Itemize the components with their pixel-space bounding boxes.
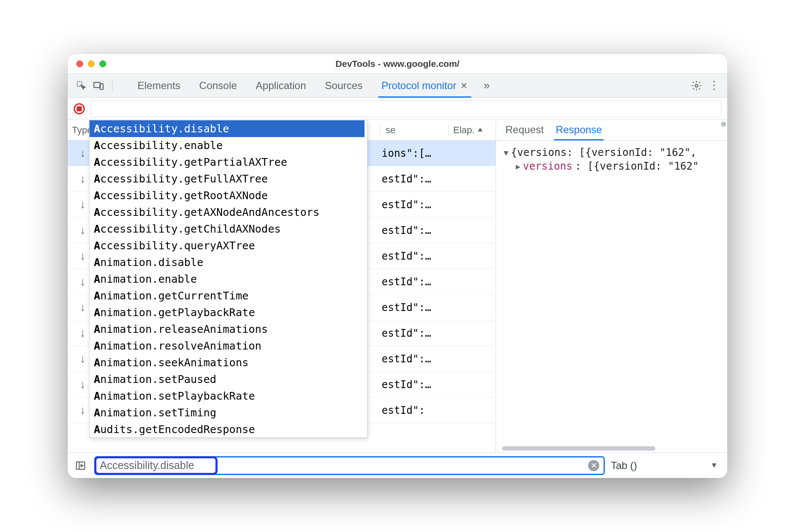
close-tab-icon[interactable]: ✕ <box>460 81 468 91</box>
command-bar: ✕ Tab () ▼ <box>68 452 727 478</box>
filter-input[interactable] <box>91 100 721 117</box>
arrow-down-icon: ↓ <box>80 352 86 365</box>
main-split: Type se Elap. ↓ions":[…↓estId":…↓estId":… <box>68 120 727 452</box>
autocomplete-item[interactable]: Accessibility.disable <box>90 120 365 137</box>
window-title: DevTools - www.google.com/ <box>68 59 727 69</box>
clear-input-icon[interactable]: ✕ <box>588 460 599 471</box>
autocomplete-item[interactable]: Accessibility.getChildAXNodes <box>90 221 365 237</box>
horizontal-scrollbar[interactable] <box>502 446 721 451</box>
arrow-down-icon: ↓ <box>80 275 86 288</box>
device-toolbar-icon[interactable] <box>91 78 106 93</box>
zoom-window-button[interactable] <box>99 60 106 67</box>
arrow-down-icon: ↓ <box>80 172 86 185</box>
disclosure-open-icon[interactable]: ▼ <box>504 148 508 157</box>
tab-protocol-monitor[interactable]: Protocol monitor✕ <box>372 74 478 98</box>
arrow-down-icon: ↓ <box>80 378 86 391</box>
protocol-toolbar <box>68 98 727 120</box>
chevron-down-icon: ▼ <box>710 461 718 470</box>
autocomplete-item[interactable]: Animation.setPaused <box>90 371 365 388</box>
tab-elements[interactable]: Elements <box>128 74 190 98</box>
arrow-down-icon: ↓ <box>80 249 86 263</box>
traffic-lights <box>76 60 106 67</box>
svg-rect-1 <box>94 82 100 87</box>
autocomplete-popup: Accessibility.disableAccessibility.enabl… <box>89 120 368 438</box>
devtools-window: DevTools - www.google.com/ ElementsConso… <box>68 54 727 478</box>
autocomplete-item[interactable]: Audits.getEncodedResponse <box>90 421 365 437</box>
command-input-wrap: ✕ <box>94 456 605 475</box>
response-body: ▼ {versions: [{versionId: "162", ▶ versi… <box>496 140 727 445</box>
arrow-down-icon: ↓ <box>80 326 86 340</box>
window-titlebar: DevTools - www.google.com/ <box>68 54 727 74</box>
record-button[interactable] <box>74 103 85 114</box>
minimize-window-button[interactable] <box>88 60 95 67</box>
tree-child[interactable]: ▶ versions: [{versionId: "162" <box>504 160 720 172</box>
autocomplete-item[interactable]: Animation.getPlaybackRate <box>90 304 365 321</box>
kebab-menu-icon[interactable]: ⋮ <box>706 78 721 93</box>
autocomplete-item[interactable]: Accessibility.getAXNodeAndAncestors <box>90 204 365 221</box>
divider <box>112 79 113 92</box>
arrow-down-icon: ↓ <box>80 301 86 314</box>
autocomplete-item[interactable]: Animation.seekAnimations <box>90 354 365 371</box>
detail-pane: Request Response ▼ {versions: [{versionI… <box>496 120 727 452</box>
autocomplete-item[interactable]: Accessibility.getPartialAXTree <box>90 154 365 170</box>
inspect-icon[interactable] <box>74 78 89 93</box>
settings-gear-icon[interactable] <box>689 78 704 93</box>
autocomplete-item[interactable]: Accessibility.enable <box>90 137 365 154</box>
tab-console[interactable]: Console <box>190 74 246 98</box>
autocomplete-item[interactable]: Accessibility.queryAXTree <box>90 237 365 254</box>
tab-sources[interactable]: Sources <box>316 74 372 98</box>
arrow-down-icon: ↓ <box>80 146 86 160</box>
autocomplete-item[interactable]: Animation.enable <box>90 271 365 287</box>
autocomplete-item[interactable]: Animation.disable <box>90 254 365 271</box>
more-tabs-icon[interactable]: » <box>479 78 494 93</box>
arrow-down-icon: ↓ <box>80 198 86 211</box>
drawer-toggle-icon[interactable] <box>73 458 88 473</box>
col-elapsed-header[interactable]: Elap. <box>448 125 496 136</box>
close-window-button[interactable] <box>76 60 83 67</box>
tab-request[interactable]: Request <box>505 124 544 140</box>
detail-tabs: Request Response <box>496 120 727 140</box>
tab-application[interactable]: Application <box>246 74 315 98</box>
autocomplete-item[interactable]: Accessibility.getRootAXNode <box>90 187 365 204</box>
autocomplete-item[interactable]: Accessibility.getFullAXTree <box>90 170 365 187</box>
svg-point-3 <box>695 84 698 87</box>
sort-asc-icon <box>477 127 483 133</box>
autocomplete-item[interactable]: Animation.getCurrentTime <box>90 287 365 304</box>
tab-response[interactable]: Response <box>556 124 602 140</box>
arrow-down-icon: ↓ <box>80 403 86 417</box>
tree-root[interactable]: ▼ {versions: [{versionId: "162", <box>504 146 720 158</box>
autocomplete-item[interactable]: Animation.setPlaybackRate <box>90 388 365 404</box>
command-input[interactable] <box>100 459 588 472</box>
arrow-down-icon: ↓ <box>80 224 86 237</box>
disclosure-closed-icon[interactable]: ▶ <box>516 162 520 171</box>
autocomplete-item[interactable]: Animation.releaseAnimations <box>90 321 365 338</box>
autocomplete-item[interactable]: Animation.setTiming <box>90 404 365 421</box>
params-dropdown[interactable]: Tab () ▼ <box>611 460 722 472</box>
col-response-header[interactable]: se <box>380 125 448 136</box>
autocomplete-item[interactable]: Animation.resolveAnimation <box>90 338 365 354</box>
devtools-tabbar: ElementsConsoleApplicationSourcesProtoco… <box>68 74 727 98</box>
scroll-indicator <box>721 122 726 127</box>
